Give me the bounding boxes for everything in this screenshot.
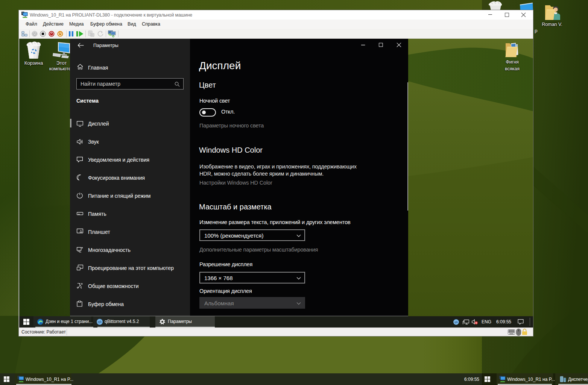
svg-text:qb: qb: [98, 320, 102, 324]
svg-text:qb: qb: [454, 320, 458, 324]
